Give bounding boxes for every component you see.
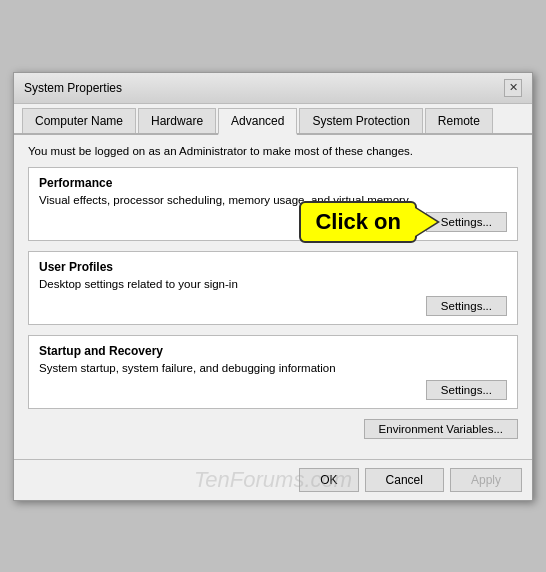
window-title: System Properties: [24, 81, 122, 95]
cancel-button[interactable]: Cancel: [365, 468, 444, 492]
performance-title: Performance: [39, 176, 507, 190]
user-profiles-section: User Profiles Desktop settings related t…: [28, 251, 518, 325]
close-button[interactable]: ✕: [504, 79, 522, 97]
tab-remote[interactable]: Remote: [425, 108, 493, 133]
system-properties-window: System Properties ✕ Computer Name Hardwa…: [13, 72, 533, 501]
user-profiles-btn-row: Settings...: [39, 296, 507, 316]
performance-desc: Visual effects, processor scheduling, me…: [39, 194, 507, 206]
tab-hardware[interactable]: Hardware: [138, 108, 216, 133]
tabs-bar: Computer Name Hardware Advanced System P…: [14, 104, 532, 135]
performance-settings-row: Click on Settings...: [39, 212, 507, 232]
tab-computer-name[interactable]: Computer Name: [22, 108, 136, 133]
performance-section: Performance Visual effects, processor sc…: [28, 167, 518, 241]
admin-info-text: You must be logged on as an Administrato…: [28, 145, 518, 157]
click-on-callout: Click on: [299, 201, 417, 243]
startup-recovery-desc: System startup, system failure, and debu…: [39, 362, 507, 374]
titlebar: System Properties ✕: [14, 73, 532, 104]
user-profiles-title: User Profiles: [39, 260, 507, 274]
bottom-bar: TenForums.com OK Cancel Apply: [14, 459, 532, 500]
tab-system-protection[interactable]: System Protection: [299, 108, 422, 133]
ok-button[interactable]: OK: [299, 468, 358, 492]
startup-recovery-section: Startup and Recovery System startup, sys…: [28, 335, 518, 409]
environment-variables-button[interactable]: Environment Variables...: [364, 419, 518, 439]
apply-button[interactable]: Apply: [450, 468, 522, 492]
startup-recovery-settings-button[interactable]: Settings...: [426, 380, 507, 400]
startup-recovery-btn-row: Settings...: [39, 380, 507, 400]
user-profiles-desc: Desktop settings related to your sign-in: [39, 278, 507, 290]
user-profiles-settings-button[interactable]: Settings...: [426, 296, 507, 316]
tab-advanced[interactable]: Advanced: [218, 108, 297, 135]
startup-recovery-title: Startup and Recovery: [39, 344, 507, 358]
tab-content: You must be logged on as an Administrato…: [14, 135, 532, 459]
env-variables-row: Environment Variables...: [28, 419, 518, 439]
